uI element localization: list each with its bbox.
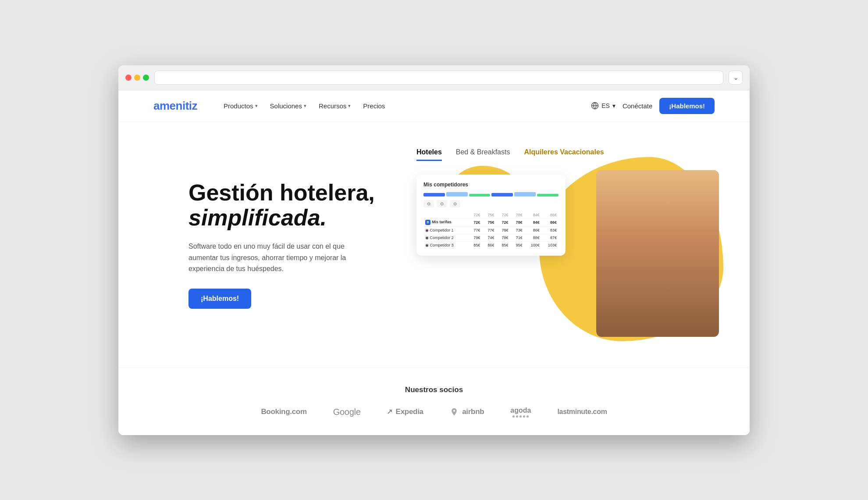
hero-title-line1: Gestión hotelera,	[189, 180, 375, 205]
cell: 72€	[468, 218, 482, 226]
cell: 71€	[510, 234, 524, 241]
row-label: ◉ Competidor 3	[423, 241, 468, 249]
partner-google: Google	[333, 407, 361, 417]
cell: 86€	[524, 226, 541, 234]
table-row: BMis tarifas 72€ 75€ 72€ 78€ 84€ 86€	[423, 218, 559, 226]
cell: 88€	[524, 234, 541, 241]
agoda-dot	[519, 415, 522, 418]
person-image	[596, 170, 719, 337]
row-label: BMis tarifas	[423, 218, 468, 226]
col-header-3: 72€	[496, 212, 510, 218]
partners-title: Nuestros socios	[153, 386, 715, 394]
chevron-down-icon: ▾	[612, 102, 615, 109]
close-dot[interactable]	[125, 75, 132, 81]
tab-bed-breakfasts[interactable]: Bed & Breakfasts	[456, 148, 510, 161]
hero-left: Gestión hotelera, simplificada. Software…	[189, 180, 399, 309]
chevron-down-icon: ⌄	[733, 73, 739, 82]
tab-alquileres-vacacionales[interactable]: Alquileres Vacacionales	[524, 148, 604, 161]
row-label: ◉ Competidor 1	[423, 226, 468, 234]
row-label: ◉ Competidor 2	[423, 234, 468, 241]
cell: 86€	[482, 241, 496, 249]
bar-1	[423, 193, 445, 196]
table-row: ◉ Competidor 3 85€ 86€ 85€ 95€ 100€ 103€	[423, 241, 559, 249]
url-bar[interactable]	[154, 71, 723, 85]
bar-2	[446, 192, 468, 196]
bar-3	[469, 194, 491, 196]
cell: 83€	[541, 226, 559, 234]
cell: 103€	[541, 241, 559, 249]
agoda-label: agoda	[510, 407, 531, 414]
bar-6	[537, 194, 559, 196]
cell: 87€	[541, 234, 559, 241]
agoda-dots-row	[512, 415, 529, 418]
hero-right: Hoteles Bed & Breakfasts Alquileres Vaca…	[416, 148, 715, 341]
col-header-1: 72€	[468, 212, 482, 218]
table-row: ◉ Competidor 1 77€ 77€ 78€ 73€ 86€ 83€	[423, 226, 559, 234]
agoda-dot	[512, 415, 515, 418]
partners-logos: Booking.com Google ↗ Expedia airbnb agod…	[153, 407, 715, 418]
connect-button[interactable]: Conéctate	[623, 102, 652, 110]
browser-window: ⌄ amenitiz Productos ▾ Soluciones ▾ Recu…	[118, 65, 750, 435]
hero-cta-button[interactable]: ¡Hablemos!	[189, 289, 251, 309]
filter-2[interactable]: ⊙	[437, 200, 447, 207]
airbnb-icon	[450, 407, 459, 416]
cell: 78€	[496, 234, 510, 241]
browser-chrome: ⌄	[118, 65, 750, 90]
cell: 85€	[468, 241, 482, 249]
cell: 77€	[482, 226, 496, 234]
card-filters: ⊙ ⊙ ⊙	[423, 200, 559, 207]
col-header-4: 78€	[510, 212, 524, 218]
navbar: amenitiz Productos ▾ Soluciones ▾ Recurs…	[118, 90, 750, 122]
browser-dots	[125, 75, 149, 81]
col-header-6: 86€	[541, 212, 559, 218]
nav-links: Productos ▾ Soluciones ▾ Recursos ▾ Prec…	[224, 102, 573, 110]
card-title: Mis competidores	[423, 182, 559, 188]
my-rates-badge: B	[425, 220, 430, 225]
agoda-dot	[516, 415, 518, 418]
nav-item-productos[interactable]: Productos ▾	[224, 102, 258, 110]
partner-agoda: agoda	[510, 407, 531, 418]
nav-item-soluciones[interactable]: Soluciones ▾	[270, 102, 306, 110]
minimize-dot[interactable]	[134, 75, 140, 81]
col-header-name	[423, 212, 468, 218]
cell: 86€	[541, 218, 559, 226]
dashboard-card: Mis competidores ⊙ ⊙ ⊙	[416, 175, 566, 256]
browser-menu-button[interactable]: ⌄	[729, 71, 743, 85]
partner-airbnb: airbnb	[450, 407, 484, 417]
cell: 85€	[496, 241, 510, 249]
expedia-label: Expedia	[396, 407, 423, 416]
maximize-dot[interactable]	[143, 75, 149, 81]
nav-cta-button[interactable]: ¡Hablemos!	[659, 98, 715, 114]
person-silhouette	[596, 170, 719, 337]
nav-item-precios[interactable]: Precios	[363, 102, 385, 110]
competitors-table: 72€ 75€ 72€ 78€ 84€ 86€ BMis tarifas	[423, 212, 559, 249]
agoda-dot	[526, 415, 529, 418]
chevron-down-icon: ▾	[255, 103, 258, 109]
hero-tabs: Hoteles Bed & Breakfasts Alquileres Vaca…	[416, 148, 715, 161]
hero-title: Gestión hotelera, simplificada.	[189, 180, 399, 230]
tab-hoteles[interactable]: Hoteles	[416, 148, 442, 161]
cell: 84€	[524, 218, 541, 226]
cell: 78€	[510, 218, 524, 226]
airbnb-label: airbnb	[462, 407, 484, 416]
agoda-dot	[523, 415, 525, 418]
cell: 78€	[496, 226, 510, 234]
cell: 75€	[482, 218, 496, 226]
partner-lastminute: lastminute.com	[557, 408, 607, 416]
cell: 74€	[482, 234, 496, 241]
logo[interactable]: amenitiz	[153, 99, 197, 113]
language-selector[interactable]: ES ▾	[591, 102, 615, 110]
filter-3[interactable]: ⊙	[450, 200, 460, 207]
cell: 100€	[524, 241, 541, 249]
language-label: ES	[601, 102, 610, 109]
page-content: amenitiz Productos ▾ Soluciones ▾ Recurs…	[118, 90, 750, 435]
cell: 73€	[510, 226, 524, 234]
card-bars	[423, 191, 559, 196]
cell: 72€	[496, 218, 510, 226]
nav-item-recursos[interactable]: Recursos ▾	[319, 102, 351, 110]
bar-4	[491, 193, 513, 196]
partner-expedia: ↗ Expedia	[387, 407, 423, 416]
hero-section: Gestión hotelera, simplificada. Software…	[118, 122, 750, 368]
nav-right: ES ▾ Conéctate ¡Hablemos!	[591, 98, 715, 114]
filter-1[interactable]: ⊙	[423, 200, 434, 207]
